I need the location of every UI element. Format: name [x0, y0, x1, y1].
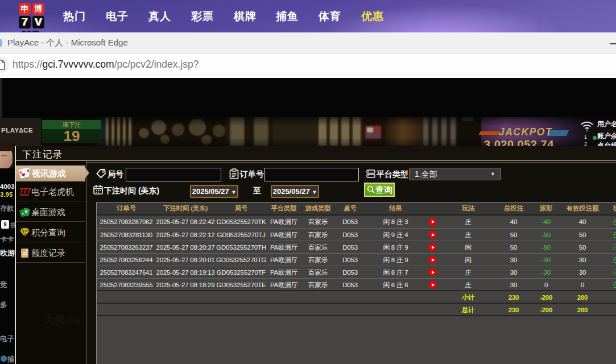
svg-text:777: 777	[19, 187, 31, 195]
